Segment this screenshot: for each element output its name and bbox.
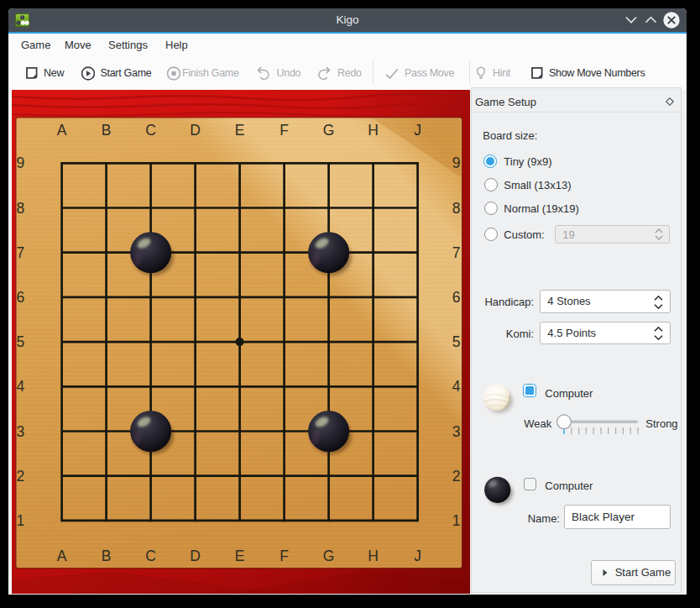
svg-text:6: 6 (17, 289, 25, 306)
svg-text:F: F (279, 122, 289, 139)
svg-text:9: 9 (452, 155, 461, 171)
svg-text:J: J (414, 548, 421, 564)
svg-text:8: 8 (452, 200, 461, 217)
svg-text:J: J (414, 122, 421, 139)
svg-text:5: 5 (17, 333, 25, 350)
svg-text:A: A (57, 122, 67, 139)
svg-text:4: 4 (452, 378, 461, 395)
svg-text:2: 2 (17, 468, 25, 485)
svg-text:8: 8 (17, 200, 25, 217)
svg-text:2: 2 (452, 468, 461, 485)
svg-text:3: 3 (452, 423, 461, 440)
svg-text:C: C (145, 548, 156, 564)
svg-text:6: 6 (452, 289, 461, 306)
svg-text:H: H (368, 548, 379, 564)
svg-text:4: 4 (17, 378, 25, 395)
svg-text:A: A (57, 548, 67, 564)
svg-text:1: 1 (17, 512, 25, 529)
svg-text:1: 1 (452, 512, 461, 529)
svg-text:3: 3 (17, 423, 25, 440)
svg-text:G: G (323, 122, 335, 139)
svg-text:E: E (235, 122, 245, 139)
svg-text:5: 5 (452, 333, 461, 350)
svg-text:C: C (145, 122, 156, 139)
svg-text:D: D (190, 122, 201, 139)
svg-text:D: D (190, 548, 201, 564)
svg-text:9: 9 (17, 155, 25, 171)
svg-text:G: G (323, 548, 335, 564)
svg-text:B: B (102, 548, 112, 564)
svg-text:H: H (368, 122, 379, 139)
svg-text:7: 7 (17, 244, 25, 261)
svg-text:E: E (235, 548, 245, 564)
svg-text:B: B (102, 122, 112, 139)
svg-text:7: 7 (452, 244, 461, 261)
svg-text:F: F (279, 548, 289, 564)
